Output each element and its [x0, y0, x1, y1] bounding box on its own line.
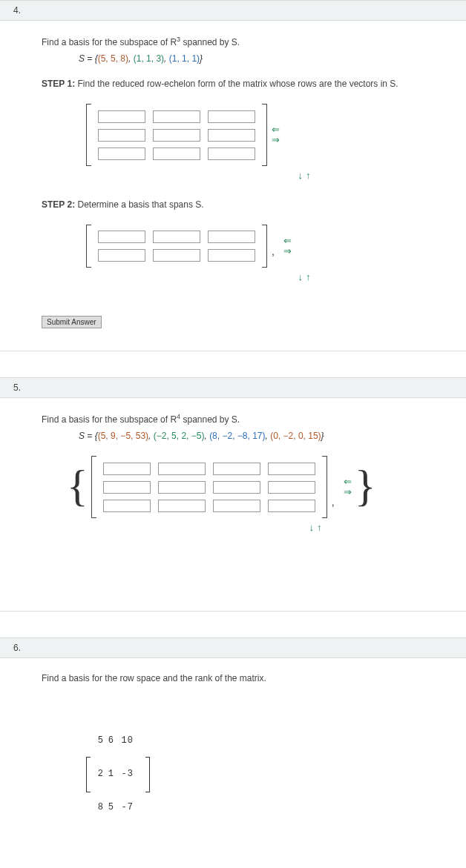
question-number-bar: 4. — [0, 0, 466, 21]
given-matrix: 5610 21-3 85-7 — [42, 686, 466, 864]
step-2-label: STEP 2: Determine a basis that spans S. — [42, 199, 466, 210]
left-bracket — [86, 225, 91, 268]
col-add-remove[interactable]: ⇐⇒ — [283, 236, 292, 256]
comma: , — [267, 245, 279, 257]
b1-r2c3[interactable] — [208, 249, 255, 262]
add-row-icon: ↓ — [298, 170, 306, 181]
b1-r2c2[interactable] — [153, 249, 200, 262]
matrix-inputs — [91, 105, 262, 165]
step2-set: , ⇐⇒ — [42, 217, 466, 268]
instruction: Find a basis for the subspace of R3 span… — [42, 36, 466, 47]
basis-inputs — [91, 225, 262, 267]
row-add-remove[interactable]: ↓↑ — [42, 518, 466, 544]
q5-r1c4[interactable] — [268, 463, 315, 475]
question-number: 4. — [13, 5, 21, 16]
submit-button[interactable]: Submit Answer — [42, 316, 102, 328]
q5-set: { , ⇐⇒ } — [42, 448, 466, 518]
m1-r3c3[interactable] — [208, 148, 255, 160]
instruction: Find a basis for the row space and the r… — [42, 673, 466, 683]
row-add-remove[interactable]: ↓↑ — [42, 166, 466, 192]
set-definition: S = {(5, 5, 8), (1, 1, 3), (1, 1, 1)} — [42, 50, 466, 71]
m1-r1c3[interactable] — [208, 110, 255, 123]
m1-r2c1[interactable] — [98, 129, 145, 142]
left-bracket — [86, 104, 91, 166]
remove-row-icon: ↑ — [317, 522, 325, 533]
b1-r1c3[interactable] — [208, 231, 255, 243]
b1-r1c1[interactable] — [98, 231, 145, 243]
question-number-bar: 6. — [0, 637, 466, 658]
col-add-remove[interactable]: ⇐⇒ — [344, 477, 352, 497]
part-a-label: (a) a basis for the row space — [42, 864, 466, 868]
add-row-icon: ↓ — [298, 271, 306, 282]
right-bracket — [322, 456, 327, 518]
q5-r3c4[interactable] — [268, 500, 315, 512]
remove-row-icon: ↑ — [306, 271, 314, 282]
question-number-bar: 5. — [0, 377, 466, 398]
q5-r1c2[interactable] — [158, 463, 206, 475]
comma: , — [327, 496, 339, 508]
right-bracket — [145, 757, 150, 792]
question-number: 5. — [13, 382, 21, 393]
left-bracket — [91, 456, 96, 518]
remove-row-icon: ↑ — [306, 170, 314, 181]
add-col-icon: ⇒ — [283, 246, 292, 256]
q5-r2c2[interactable] — [158, 481, 206, 494]
remove-col-icon: ⇐ — [272, 125, 280, 135]
remove-col-icon: ⇐ — [283, 236, 292, 246]
step1-matrix: ⇐⇒ — [42, 96, 466, 166]
q5-inputs — [96, 457, 322, 517]
question-number: 6. — [13, 643, 21, 653]
q5-r2c4[interactable] — [268, 481, 315, 494]
add-row-icon: ↓ — [309, 522, 318, 533]
m1-r1c1[interactable] — [98, 110, 145, 123]
m1-r2c2[interactable] — [153, 129, 200, 142]
add-col-icon: ⇒ — [272, 135, 280, 145]
right-bracket — [262, 225, 267, 268]
q5-r2c3[interactable] — [213, 481, 260, 494]
m1-r3c2[interactable] — [153, 148, 200, 160]
q5-r1c1[interactable] — [103, 463, 151, 475]
row-add-remove[interactable]: ↓↑ — [42, 268, 466, 294]
m1-r3c1[interactable] — [98, 148, 145, 160]
left-brace: { — [64, 463, 91, 508]
m1-r1c2[interactable] — [153, 110, 200, 123]
question-4-body: Find a basis for the subspace of R3 span… — [0, 21, 466, 351]
b1-r2c1[interactable] — [98, 249, 145, 262]
remove-col-icon: ⇐ — [344, 477, 352, 487]
q5-r3c2[interactable] — [158, 500, 206, 512]
q5-r2c1[interactable] — [103, 481, 151, 494]
add-col-icon: ⇒ — [344, 487, 352, 497]
question-6-body: Find a basis for the row space and the r… — [0, 658, 466, 868]
question-5-body: Find a basis for the subspace of R4 span… — [0, 398, 466, 612]
b1-r1c2[interactable] — [153, 231, 200, 243]
right-brace: } — [352, 463, 379, 508]
right-bracket — [262, 104, 267, 166]
q5-r3c3[interactable] — [213, 500, 260, 512]
step-1-label: STEP 1: Find the reduced row-echelon for… — [42, 79, 466, 89]
set-definition: S = {(5, 9, −5, 53), (−2, 5, 2, −5), (8,… — [42, 428, 466, 448]
m1-r2c3[interactable] — [208, 129, 255, 142]
col-add-remove[interactable]: ⇐⇒ — [272, 125, 280, 145]
instruction: Find a basis for the subspace of R4 span… — [42, 413, 466, 425]
q5-r1c3[interactable] — [213, 463, 260, 475]
q5-r3c1[interactable] — [103, 500, 151, 512]
